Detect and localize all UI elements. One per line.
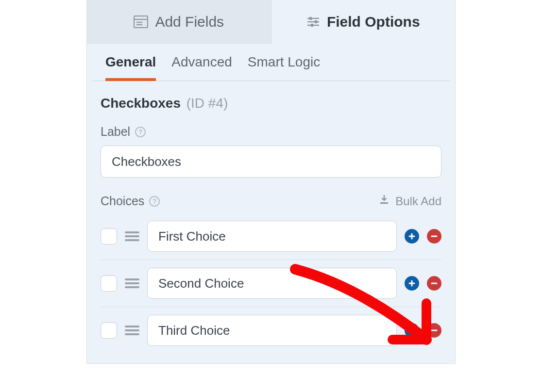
choice-row [101,260,441,307]
svg-rect-8 [315,20,317,23]
remove-choice-button[interactable] [427,276,441,291]
bulk-add-label: Bulk Add [395,195,441,208]
bulk-add-button[interactable]: Bulk Add [379,195,441,208]
field-id-label: (ID #4) [186,96,228,111]
choices-section-header: Choices ? Bulk Add [101,194,441,208]
label-input[interactable] [101,146,441,178]
choice-default-checkbox[interactable] [101,275,117,292]
choices-section-title: Choices [101,194,144,208]
svg-rect-7 [309,17,312,20]
choice-row [101,213,441,260]
sub-tab-advanced[interactable]: Advanced [171,54,232,81]
choice-list [101,213,441,354]
help-icon[interactable]: ? [135,127,146,137]
field-title: Checkboxes (ID #4) [101,96,441,111]
label-section-title: Label [101,125,130,139]
drag-handle-icon[interactable] [125,277,139,290]
drag-handle-icon[interactable] [125,324,139,337]
sliders-icon [306,16,320,28]
sub-tabs: General Advanced Smart Logic [92,44,450,81]
svg-rect-10 [380,202,388,204]
tab-field-options-label: Field Options [327,14,420,30]
sub-tab-smart-logic[interactable]: Smart Logic [248,54,320,81]
choice-default-checkbox[interactable] [101,322,117,339]
add-choice-button[interactable] [405,229,419,244]
sub-tab-general[interactable]: General [105,54,156,81]
svg-rect-9 [311,24,313,27]
tab-field-options[interactable]: Field Options [271,0,456,44]
add-choice-button[interactable] [405,323,419,338]
form-icon [134,16,148,28]
choice-row [101,307,441,354]
tab-add-fields[interactable]: Add Fields [87,0,271,44]
top-tabs: Add Fields Field Options [87,0,455,44]
label-section-header: Label ? [101,125,441,139]
field-type-label: Checkboxes [101,96,181,111]
field-options-content: Checkboxes (ID #4) Label ? Choices ? Bul… [87,81,455,363]
add-choice-button[interactable] [405,276,419,291]
help-icon[interactable]: ? [149,196,160,207]
field-options-panel: Add Fields Field Options General Advance… [86,0,456,364]
remove-choice-button[interactable] [427,229,441,244]
choice-input[interactable] [147,268,397,299]
tab-add-fields-label: Add Fields [155,14,224,30]
download-icon [379,195,390,208]
choice-default-checkbox[interactable] [101,228,117,245]
drag-handle-icon[interactable] [125,230,139,243]
remove-choice-button[interactable] [427,323,441,338]
choice-input[interactable] [147,221,397,252]
choice-input[interactable] [147,315,397,346]
